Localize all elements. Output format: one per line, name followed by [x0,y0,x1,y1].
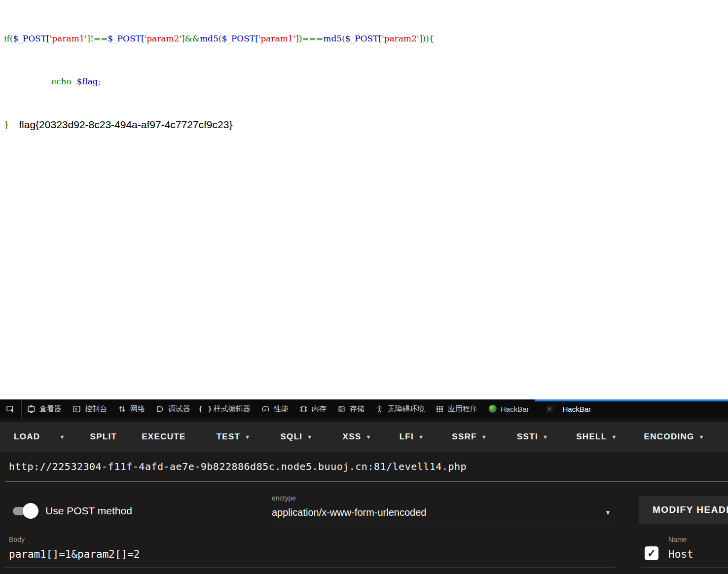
inspector-icon [27,405,36,413]
menu-label: XSS [343,432,362,442]
menu-label: ENCODING [644,432,694,442]
encoding-menu[interactable]: ENCODING▼ [643,432,706,442]
tab-storage[interactable]: 存储 [332,399,370,418]
enctype-select[interactable]: application/x-www-form-urlencoded [272,507,426,518]
tab-label: HackBar [501,405,529,413]
menu-label: SSRF [452,432,477,442]
style-editor-icon: { } [201,405,210,413]
tab-accessibility[interactable]: 无障碍环境 [370,399,430,418]
accessibility-icon [375,405,384,413]
body-label: Body [9,536,25,543]
performance-icon [261,405,270,413]
execute-button[interactable]: EXECUTE [141,432,186,442]
tab-application[interactable]: 应用程序 [430,399,483,418]
test-menu[interactable]: TEST▼ [216,432,252,442]
body-input-underline [5,568,616,568]
tab-label: 样式编辑器 [214,404,251,414]
menu-label: SSTI [517,432,538,442]
load-split-divider [50,427,50,447]
tab-network[interactable]: 网络 [112,399,150,418]
chevron-down-icon: ▼ [481,434,487,440]
devtools-tabbar: 查看器 控制台 网络 调试器 { }样式编辑器 性能 [0,399,728,418]
storage-icon [337,405,346,413]
hackbar-content: http://22532304-f11f-4afd-ae7e-9b822886d… [0,452,728,574]
chevron-down-icon[interactable]: ▼ [605,509,611,516]
php-code-line-1: if($_POST['param1']!==$_POST['param2']&&… [4,32,728,46]
application-icon [436,405,444,413]
body-input[interactable]: param1[]=1&param2[]=2 [9,548,140,560]
menu-label: SHELL [576,432,607,442]
url-input[interactable]: http://22532304-f11f-4afd-ae7e-9b822886d… [9,461,467,472]
chevron-down-icon: ▼ [418,434,424,440]
php-code-block: if($_POST['param1']!==$_POST['param2']&&… [0,0,728,160]
menu-label: SPLIT [90,432,117,442]
tab-label: HackBar [563,405,591,413]
tab-label: 存储 [350,404,364,414]
chevron-down-icon: ▼ [59,434,65,440]
enctype-label: enctype [272,494,296,502]
tab-inspector[interactable]: 查看器 [22,399,67,418]
chevron-down-icon: ▼ [365,434,371,440]
header-name-underline [641,568,728,568]
ssrf-menu[interactable]: SSRF▼ [451,432,488,442]
tab-memory[interactable]: 内存 [294,399,332,418]
panel-divider [0,418,728,422]
chevron-down-icon: ▼ [245,434,251,440]
load-button[interactable]: LOAD [13,432,41,442]
tab-hackbar[interactable]: HackBar [483,399,535,418]
chevron-down-icon: ▼ [611,434,617,440]
xss-menu[interactable]: XSS▼ [342,432,373,442]
tab-performance[interactable]: 性能 [256,399,294,418]
php-code-line-3: } flag{20323d92-8c23-494a-af97-4c7727cf9… [4,117,728,132]
code-tokens: if($_POST['param1']!==$_POST['param2']&&… [4,34,434,43]
tab-label: 性能 [274,404,289,414]
chevron-down-icon: ▼ [543,434,548,440]
header-name-input[interactable]: Host [668,548,693,560]
ssti-menu[interactable]: SSTI▼ [516,432,549,442]
network-icon [118,405,126,413]
hackbar-square-icon: H [546,405,554,413]
tab-label: 内存 [312,404,327,414]
tab-console[interactable]: 控制台 [67,399,112,418]
use-post-toggle[interactable] [10,503,38,519]
sqli-menu[interactable]: SQLI▼ [279,432,314,442]
tab-style-editor[interactable]: { }样式编辑器 [196,399,256,418]
lfi-menu[interactable]: LFI▼ [399,432,426,442]
use-post-label: Use POST method [45,505,132,517]
menu-label: LOAD [14,432,40,442]
tab-hackbar-active[interactable]: H HackBar [535,399,728,418]
check-icon: ✓ [647,547,656,559]
active-tab-indicator [535,399,728,401]
enctype-underline [272,524,617,524]
pick-element-button[interactable] [0,399,22,418]
memory-icon [299,405,308,413]
hackbar-menubar: LOAD ▼ SPLIT EXECUTE TEST▼ SQLI▼ XSS▼ LF… [0,422,728,452]
tab-label: 调试器 [168,404,190,414]
devtools-panel: 查看器 控制台 网络 调试器 { }样式编辑器 性能 [0,399,728,574]
modify-header-button[interactable]: MODIFY HEADER [639,496,728,524]
hackbar-globe-icon [488,405,497,413]
load-dropdown-button[interactable]: ▼ [58,434,66,440]
debugger-icon [156,405,164,413]
menu-label: SQLI [280,432,302,442]
tab-label: 控制台 [85,404,107,414]
tab-label: 应用程序 [448,404,477,414]
toggle-knob [23,503,38,519]
shell-menu[interactable]: SHELL▼ [575,432,618,442]
header-name-label: Name [668,536,687,543]
host-checkbox[interactable]: ✓ [645,546,658,560]
tab-label: 查看器 [39,404,62,414]
tab-debugger[interactable]: 调试器 [150,399,196,418]
console-icon [73,405,81,413]
php-code-line-2: echo $flag; [4,74,728,89]
url-input-underline [5,481,728,482]
menu-label: LFI [400,432,414,442]
chevron-down-icon: ▼ [699,434,705,440]
chevron-down-icon: ▼ [307,434,313,440]
menu-label: TEST [217,432,241,442]
menu-label: EXECUTE [142,432,185,442]
pick-element-icon [6,405,15,413]
split-button[interactable]: SPLIT [89,432,118,442]
code-tokens: } [4,120,12,130]
tab-label: 无障碍环境 [388,404,425,414]
